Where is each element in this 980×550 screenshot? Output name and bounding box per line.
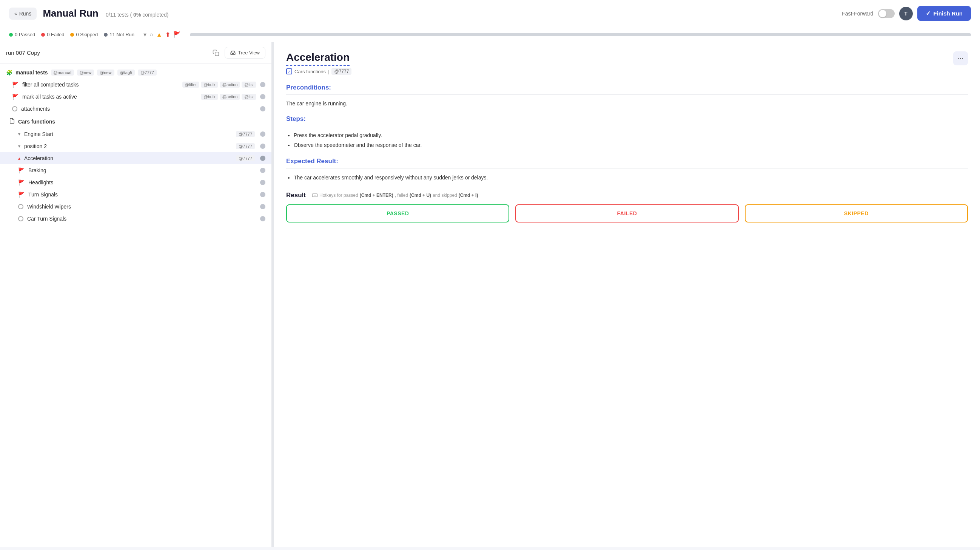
result-label: Result [286, 191, 306, 199]
test-status-dot [260, 131, 266, 137]
chevron-left-icon: « [14, 11, 17, 16]
test-tags: @bulk @action @list [201, 94, 256, 100]
test-group-manual: 🧩 manual tests @manual @new @new @tag5 @… [0, 67, 271, 78]
circle-icon [12, 106, 18, 112]
preconditions-text: The car engine is running. [286, 99, 968, 108]
hotkeys-info: Hotkeys for passed (Cmd + ENTER) , faile… [312, 192, 478, 198]
circle-icon [18, 204, 24, 209]
run-name: run 007 Copy [6, 49, 40, 56]
bookmark-icon: 🚩 [12, 94, 19, 100]
test-label: Car Turn Signals [27, 216, 256, 222]
result-section: Result Hotkeys for passed (Cmd + ENTER) … [286, 191, 968, 223]
test-status-dot [260, 156, 266, 161]
bookmark-btn[interactable]: 🚩 [173, 31, 181, 38]
right-panel: Acceleration ··· ✓ Cars functions | @777… [274, 42, 980, 547]
test-tags: @filter @bulk @action @list [182, 81, 256, 88]
steps-title: Steps: [286, 115, 968, 126]
step-item: Observe the speedometer and the response… [294, 140, 968, 150]
test-label: Turn Signals [28, 191, 256, 198]
avatar: T [899, 7, 913, 21]
status-bar: 0 Passed 0 Failed 0 Skipped 11 Not Run ▾… [0, 27, 980, 42]
chevron-down-icon: ▾ [18, 143, 21, 149]
list-item[interactable]: attachments [0, 103, 271, 115]
test-group-cars: Cars functions [0, 115, 271, 128]
chevron-up-icon: ▴ [18, 156, 21, 161]
puzzle-icon: 🧩 [6, 70, 13, 75]
test-count: 0/11 tests ( 0% completed) [106, 12, 169, 18]
skipped-dot [70, 33, 74, 37]
list-item[interactable]: 🚩 Turn Signals [0, 188, 271, 201]
test-detail-header: Acceleration ··· [286, 51, 968, 66]
page-title: Manual Run 0/11 tests ( 0% completed) [43, 8, 836, 19]
list-item[interactable]: ▴ Acceleration @7777 [0, 152, 271, 164]
test-list: 🧩 manual tests @manual @new @new @tag5 @… [0, 64, 271, 547]
result-header: Result Hotkeys for passed (Cmd + ENTER) … [286, 191, 968, 199]
result-buttons: PASSED FAILED SKIPPED [286, 204, 968, 223]
header-right: Fast-Forward T ✓ Finish Run [842, 6, 971, 21]
list-item[interactable]: Car Turn Signals [0, 213, 271, 225]
copy-icon-btn[interactable] [211, 48, 221, 58]
progress-bar [190, 33, 971, 36]
header: « Runs Manual Run 0/11 tests ( 0% comple… [0, 0, 980, 27]
group-label: manual tests [16, 70, 48, 75]
left-panel-actions: Tree View [211, 47, 266, 59]
list-item[interactable]: ▾ position 2 @7777 [0, 140, 271, 152]
test-detail-title: Acceleration [286, 51, 350, 66]
bookmark-icon: 🚩 [18, 179, 24, 185]
list-item[interactable]: 🚩 filter all completed tasks @filter @bu… [0, 78, 271, 91]
main-layout: run 007 Copy Tree View [0, 42, 980, 547]
skipped-button[interactable]: SKIPPED [745, 204, 968, 223]
expected-result-title: Expected Result: [286, 158, 968, 169]
finish-run-button[interactable]: ✓ Finish Run [917, 6, 971, 21]
test-status-dot [260, 180, 266, 185]
breadcrumb: ✓ Cars functions | @7777 [286, 68, 968, 75]
fast-forward-toggle[interactable] [878, 9, 895, 18]
steps-list: Press the accelerator pedal gradually. O… [286, 131, 968, 150]
chevron-down-icon: ▾ [18, 131, 21, 137]
list-item[interactable]: Windshield Wipers [0, 201, 271, 213]
test-label: position 2 [24, 143, 232, 149]
tree-view-button[interactable]: Tree View [224, 47, 266, 59]
test-label: Engine Start [24, 131, 232, 137]
test-status-dot [260, 94, 266, 99]
circle-status-btn[interactable]: ○ [150, 31, 153, 38]
arrow-up-btn[interactable]: ▲ [156, 31, 162, 38]
left-panel-header: run 007 Copy Tree View [0, 42, 271, 64]
status-actions: ▾ ○ ▲ ⬆ 🚩 [143, 31, 181, 38]
test-status-dot [260, 192, 266, 197]
list-item[interactable]: 🚩 Braking [0, 164, 271, 176]
test-label: Acceleration [24, 155, 232, 161]
test-status-dot [260, 82, 266, 87]
passed-status: 0 Passed [9, 32, 35, 37]
test-label: filter all completed tasks [22, 81, 178, 88]
step-item: Press the accelerator pedal gradually. [294, 131, 968, 140]
more-options-button[interactable]: ··· [953, 51, 968, 65]
test-status-dot [260, 204, 266, 209]
fast-forward-label: Fast-Forward [842, 11, 873, 17]
failed-button[interactable]: FAILED [515, 204, 738, 223]
breadcrumb-tag: @7777 [331, 68, 352, 75]
flag-up-btn[interactable]: ⬆ [165, 31, 170, 38]
list-item[interactable]: 🚩 mark all tasks as active @bulk @action… [0, 91, 271, 103]
group-label: Cars functions [18, 119, 55, 125]
left-panel: run 007 Copy Tree View [0, 42, 272, 547]
bookmark-icon: 🚩 [18, 167, 24, 174]
checkbox-icon: ✓ [286, 69, 292, 75]
runs-label: Runs [19, 11, 32, 17]
passed-button[interactable]: PASSED [286, 204, 509, 223]
test-status-dot [260, 168, 266, 173]
bookmark-icon: 🚩 [18, 191, 24, 198]
list-item[interactable]: 🚩 Headlights [0, 176, 271, 188]
not-run-dot [104, 33, 108, 37]
breadcrumb-group: Cars functions [294, 69, 326, 75]
test-label: attachments [21, 106, 256, 112]
filter-dropdown-btn[interactable]: ▾ [143, 31, 146, 38]
circle-icon [18, 216, 24, 222]
list-item[interactable]: ▾ Engine Start @7777 [0, 128, 271, 140]
skipped-status: 0 Skipped [70, 32, 98, 37]
runs-button[interactable]: « Runs [9, 8, 37, 20]
bookmark-icon: 🚩 [12, 81, 19, 88]
not-run-status: 11 Not Run [104, 32, 134, 37]
check-icon: ✓ [926, 10, 931, 17]
expected-result-item: The car accelerates smoothly and respons… [294, 173, 968, 182]
